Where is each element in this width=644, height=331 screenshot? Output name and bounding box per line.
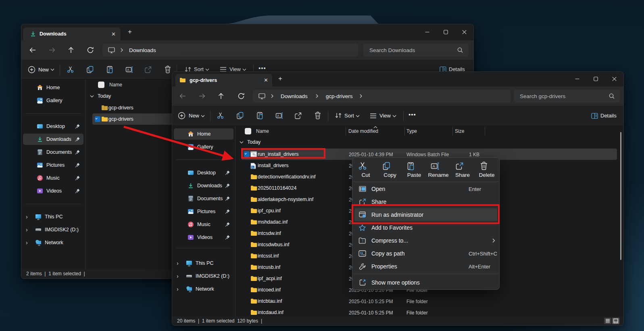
svg-text:A: A (432, 164, 435, 168)
svg-text:A: A (127, 68, 129, 72)
svg-text:A: A (277, 114, 279, 118)
